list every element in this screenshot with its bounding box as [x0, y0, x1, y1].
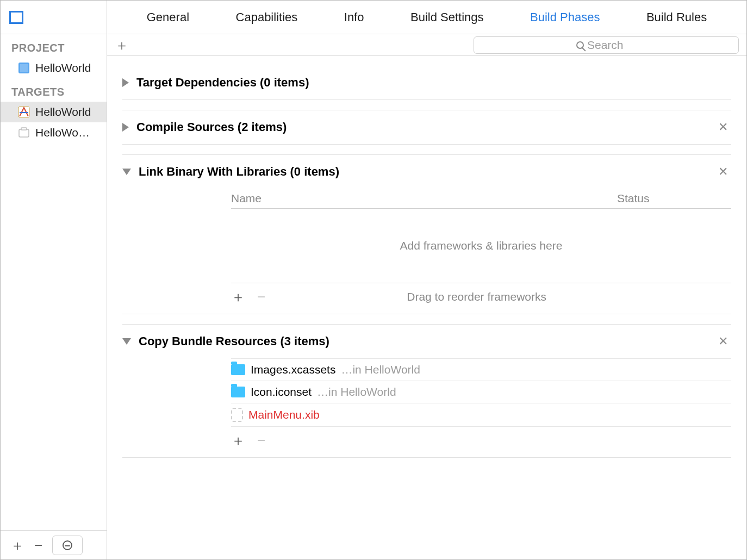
- resource-name: MainMenu.xib: [248, 408, 320, 421]
- sidebar-footer: ＋ −: [1, 530, 107, 559]
- tab-build-rules[interactable]: Build Rules: [646, 10, 707, 24]
- phase-title: Target Dependencies (0 items): [136, 76, 731, 90]
- targets-section-header: TARGETS: [1, 78, 107, 102]
- sidebar: PROJECT HelloWorld TARGETS HelloWorld He…: [1, 1, 107, 559]
- phase-header[interactable]: Copy Bundle Resources (3 items) ✕: [122, 325, 731, 358]
- tab-general[interactable]: General: [147, 10, 189, 24]
- project-section-header: PROJECT: [1, 34, 107, 58]
- tab-info[interactable]: Info: [344, 10, 364, 24]
- column-status: Status: [617, 192, 731, 205]
- target-name-label: HelloWo…: [35, 126, 90, 139]
- remove-phase-button[interactable]: ✕: [718, 334, 731, 349]
- resource-name: Images.xcassets: [251, 363, 335, 376]
- phase-link-binary: Link Binary With Libraries (0 items) ✕ N…: [122, 154, 731, 314]
- target-item[interactable]: HelloWorld: [1, 102, 107, 122]
- copy-footer: ＋ −: [231, 427, 731, 454]
- project-name-label: HelloWorld: [35, 61, 91, 74]
- phase-target-dependencies: Target Dependencies (0 items): [122, 66, 731, 100]
- add-phase-button[interactable]: ＋: [115, 38, 129, 52]
- resource-path: …in HelloWorld: [341, 363, 420, 376]
- filter-button[interactable]: [52, 536, 83, 555]
- bundle-icon: [17, 126, 31, 140]
- phase-header[interactable]: Target Dependencies (0 items): [122, 66, 731, 99]
- link-footer: ＋ − Drag to reorder frameworks: [231, 283, 731, 310]
- remove-target-button[interactable]: −: [34, 538, 42, 552]
- svg-rect-1: [20, 64, 28, 72]
- column-name: Name: [231, 192, 617, 205]
- phases-toolbar: ＋: [107, 34, 746, 56]
- svg-rect-3: [19, 129, 29, 137]
- phase-header[interactable]: Link Binary With Libraries (0 items) ✕: [122, 155, 731, 189]
- phase-list: Target Dependencies (0 items) Compile So…: [107, 56, 746, 559]
- tabbar: General Capabilities Info Build Settings…: [107, 1, 746, 34]
- resource-name: Icon.iconset: [251, 385, 312, 399]
- tab-build-phases[interactable]: Build Phases: [530, 10, 600, 24]
- link-columns-header: Name Status: [231, 189, 731, 209]
- target-item[interactable]: HelloWo…: [1, 122, 107, 143]
- resource-path: …in HelloWorld: [317, 385, 396, 399]
- search-input[interactable]: [587, 39, 636, 52]
- remove-resource-button[interactable]: −: [257, 433, 265, 447]
- search-icon: [576, 41, 584, 49]
- folder-icon: [231, 364, 245, 375]
- link-empty-hint: Add frameworks & libraries here: [231, 209, 731, 283]
- disclosure-icon: [122, 78, 129, 87]
- remove-phase-button[interactable]: ✕: [718, 165, 731, 179]
- phase-header[interactable]: Compile Sources (2 items) ✕: [122, 110, 731, 144]
- remove-framework-button[interactable]: −: [257, 290, 265, 304]
- add-framework-button[interactable]: ＋: [231, 290, 245, 304]
- project-item[interactable]: HelloWorld: [1, 58, 107, 78]
- remove-phase-button[interactable]: ✕: [718, 120, 731, 134]
- add-resource-button[interactable]: ＋: [231, 433, 245, 447]
- tab-build-settings[interactable]: Build Settings: [410, 10, 484, 24]
- resource-row[interactable]: MainMenu.xib: [231, 403, 731, 427]
- svg-rect-4: [21, 128, 27, 130]
- phase-title: Copy Bundle Resources (3 items): [139, 334, 711, 349]
- phase-copy-bundle: Copy Bundle Resources (3 items) ✕ Images…: [122, 324, 731, 458]
- reorder-hint: Drag to reorder frameworks: [277, 290, 676, 303]
- resource-row[interactable]: Images.xcassets …in HelloWorld: [231, 358, 731, 381]
- disclosure-icon: [122, 338, 131, 345]
- disclosure-icon: [122, 123, 129, 132]
- main-panel: General Capabilities Info Build Settings…: [107, 1, 746, 559]
- app-icon: [17, 105, 31, 119]
- sidebar-panel-toggle[interactable]: [1, 1, 107, 34]
- project-icon: [17, 61, 31, 75]
- resource-row[interactable]: Icon.iconset …in HelloWorld: [231, 381, 731, 403]
- search-field[interactable]: [474, 36, 739, 54]
- disclosure-icon: [122, 169, 131, 175]
- tab-capabilities[interactable]: Capabilities: [236, 10, 298, 24]
- target-name-label: HelloWorld: [35, 105, 91, 119]
- phase-title: Link Binary With Libraries (0 items): [139, 165, 711, 179]
- folder-icon: [231, 387, 245, 397]
- phase-title: Compile Sources (2 items): [136, 120, 711, 134]
- panel-icon: [9, 11, 23, 24]
- filter-icon: [63, 540, 72, 550]
- missing-file-icon: [231, 408, 243, 422]
- add-target-button[interactable]: ＋: [10, 538, 24, 552]
- phase-compile-sources: Compile Sources (2 items) ✕: [122, 110, 731, 145]
